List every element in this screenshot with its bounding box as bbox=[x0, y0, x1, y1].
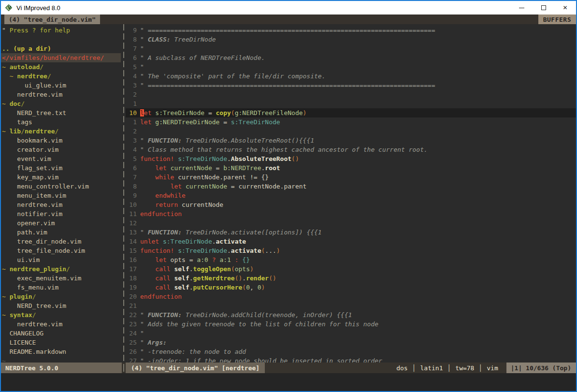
code-line[interactable]: 13" FUNCTION: TreeDirNode.activate([opti… bbox=[126, 228, 576, 237]
tree-item[interactable]: NERD_tree.txt bbox=[2, 108, 122, 117]
tree-item[interactable]: notifier.vim bbox=[2, 209, 122, 218]
code-line[interactable]: 10 return currentNode bbox=[126, 200, 576, 209]
code-line[interactable]: 3" FUNCTION: TreeDirNode.AbsoluteTreeRoo… bbox=[126, 136, 576, 145]
code-line[interactable]: 11endfunction bbox=[126, 209, 576, 218]
tree-root-path[interactable]: </vimfiles/bundle/nerdtree/ bbox=[1, 53, 121, 62]
code-line[interactable]: 2 bbox=[126, 127, 576, 136]
tree-item[interactable]: menu_item.vim bbox=[2, 191, 122, 200]
code-line[interactable]: 1let g:NERDTreeDirNode = s:TreeDirNode bbox=[126, 117, 576, 127]
text-segment: ) bbox=[303, 109, 307, 116]
fileformat-indicator: dos bbox=[392, 364, 412, 372]
code-line[interactable]: 6" A subclass of NERDTreeFileNode. bbox=[126, 53, 576, 62]
code-line[interactable]: 23" Adds the given treenode to the list … bbox=[126, 319, 576, 329]
code-line[interactable]: 27" -inOrder: 1 if the new node should b… bbox=[126, 356, 576, 363]
code-line[interactable]: 25" Args: bbox=[126, 338, 576, 347]
maximize-button[interactable] bbox=[533, 1, 554, 15]
tree-item[interactable]: .. (up a dir) bbox=[2, 44, 122, 53]
code-line-cursor[interactable]: 10let s:TreeDirNode = copy(g:NERDTreeFil… bbox=[126, 108, 576, 117]
tree-item[interactable] bbox=[2, 35, 122, 44]
code-line[interactable]: 1 bbox=[126, 99, 576, 108]
minimize-button[interactable] bbox=[511, 1, 533, 15]
code-line[interactable]: 12 bbox=[126, 218, 576, 228]
tree-item[interactable]: README.markdown bbox=[2, 347, 122, 356]
text-segment: bookmark.vim bbox=[2, 137, 62, 144]
buffers-label[interactable]: BUFFERS bbox=[538, 15, 576, 24]
code-line[interactable]: 21 bbox=[126, 301, 576, 310]
nerdtree-sidebar[interactable]: " Press ? for help.. (up a dir)</vimfile… bbox=[1, 24, 122, 363]
code-line[interactable]: 20endfunction bbox=[126, 292, 576, 301]
code-line[interactable]: 18 call self.getNerdtree().render() bbox=[126, 274, 576, 283]
code-text: let currentNode = currentNode.parent bbox=[140, 182, 576, 191]
text-segment: . bbox=[242, 275, 246, 282]
tree-item[interactable]: creator.vim bbox=[2, 145, 122, 154]
tree-item[interactable]: " Press ? for help bbox=[2, 26, 122, 35]
tree-item[interactable]: ~ nerdtree/ bbox=[2, 72, 122, 81]
code-text: while currentNode.parent != {} bbox=[140, 173, 576, 182]
window-vertical-separator[interactable] bbox=[122, 24, 126, 363]
tree-item[interactable]: opener.vim bbox=[2, 218, 122, 228]
code-line[interactable]: 8" CLASS: TreeDirNode bbox=[126, 35, 576, 44]
code-line[interactable]: 7 while currentNode.parent != {} bbox=[126, 173, 576, 182]
tree-item[interactable]: ~ syntax/ bbox=[2, 310, 122, 319]
editor-buffer[interactable]: 9" =====================================… bbox=[126, 24, 576, 363]
tree-item[interactable]: LICENCE bbox=[2, 338, 122, 347]
tree-item[interactable]: ui.vim bbox=[2, 255, 122, 264]
text-segment: opener.vim bbox=[2, 219, 55, 227]
tree-item[interactable]: nerdtree.vim bbox=[2, 319, 122, 329]
text-segment: " A subclass of NERDTreeFileNode. bbox=[140, 54, 265, 61]
tree-item[interactable]: event.vim bbox=[2, 154, 122, 163]
tree-item[interactable]: ~ bbox=[2, 356, 122, 363]
code-line[interactable]: 17 call self.toggleOpen(opts) bbox=[126, 264, 576, 274]
tree-item[interactable]: nerdtree.vim bbox=[2, 200, 122, 209]
tree-item[interactable]: ~ plugin/ bbox=[2, 292, 122, 301]
code-line[interactable]: 8 let currentNode = currentNode.parent bbox=[126, 182, 576, 191]
titlebar: V Vi IMproved 8.0 ✕ bbox=[1, 1, 576, 15]
tree-item[interactable]: ~ doc/ bbox=[2, 99, 122, 108]
code-line[interactable]: 5" bbox=[126, 62, 576, 72]
text-segment: s:TreeDirNode bbox=[231, 118, 280, 126]
code-line[interactable]: 22" FUNCTION: TreeDirNode.addChild(treen… bbox=[126, 310, 576, 319]
code-line[interactable]: 15function! s:TreeDirNode.activate(...) bbox=[126, 246, 576, 255]
code-line[interactable]: 7" bbox=[126, 44, 576, 53]
tree-item[interactable]: exec_menuitem.vim bbox=[2, 274, 122, 283]
tree-item[interactable]: tags bbox=[2, 117, 122, 127]
text-segment: . bbox=[189, 275, 193, 282]
tree-item[interactable]: bookmark.vim bbox=[2, 136, 122, 145]
code-line[interactable]: 4" Class method that returns the highest… bbox=[126, 145, 576, 154]
code-text: return currentNode bbox=[140, 200, 576, 209]
text-segment: ) bbox=[250, 265, 254, 273]
tree-item[interactable]: tree_dir_node.vim bbox=[2, 237, 122, 246]
code-line[interactable]: 2 bbox=[126, 90, 576, 99]
code-text: call self.toggleOpen(opts) bbox=[140, 264, 576, 274]
tree-item[interactable]: ~ autoload/ bbox=[2, 62, 122, 72]
tree-item[interactable]: ~ nerdtree_plugin/ bbox=[2, 264, 122, 274]
tree-item[interactable]: tree_file_node.vim bbox=[2, 246, 122, 255]
tree-item[interactable]: ui_glue.vim bbox=[2, 81, 122, 90]
tree-item[interactable]: key_map.vim bbox=[2, 173, 122, 182]
code-line[interactable]: 9 endwhile bbox=[126, 191, 576, 200]
code-line[interactable]: 26" -treenode: the node to add bbox=[126, 347, 576, 356]
text-segment: ~ bbox=[2, 293, 10, 300]
tree-item[interactable]: nerdtree.vim bbox=[2, 90, 122, 99]
code-line[interactable]: 4" The 'composite' part of the file/dir … bbox=[126, 72, 576, 81]
code-line[interactable]: 19 call self.putCursorHere(0, 0) bbox=[126, 283, 576, 292]
tree-item[interactable]: flag_set.vim bbox=[2, 163, 122, 173]
text-segment: TreeDirNode.AbsoluteTreeRoot(){{{1 bbox=[182, 137, 314, 144]
tree-item[interactable]: ~ lib/nerdtree/ bbox=[2, 127, 122, 136]
tree-item[interactable]: fs_menu.vim bbox=[2, 283, 122, 292]
code-line[interactable]: 3" =====================================… bbox=[126, 81, 576, 90]
command-line[interactable] bbox=[1, 373, 576, 391]
tree-item[interactable]: NERD_tree.vim bbox=[2, 301, 122, 310]
code-line[interactable]: 14unlet s:TreeDirNode.activate bbox=[126, 237, 576, 246]
tab-tree-dir-node[interactable]: (4) "tree_dir_node.vim" bbox=[4, 15, 100, 24]
code-line[interactable]: 6 let currentNode = b:NERDTree.root bbox=[126, 163, 576, 173]
code-line[interactable]: 16 let opts = a:0 ? a:1 : {} bbox=[126, 255, 576, 264]
text-segment: endwhile bbox=[155, 192, 186, 199]
tree-item[interactable]: menu_controller.vim bbox=[2, 182, 122, 191]
code-line[interactable]: 24" bbox=[126, 329, 576, 338]
close-button[interactable]: ✕ bbox=[554, 1, 576, 15]
code-line[interactable]: 9" =====================================… bbox=[126, 26, 576, 35]
tree-item[interactable]: CHANGELOG bbox=[2, 329, 122, 338]
code-line[interactable]: 5function! s:TreeDirNode.AbsoluteTreeRoo… bbox=[126, 154, 576, 163]
tree-item[interactable]: path.vim bbox=[2, 228, 122, 237]
